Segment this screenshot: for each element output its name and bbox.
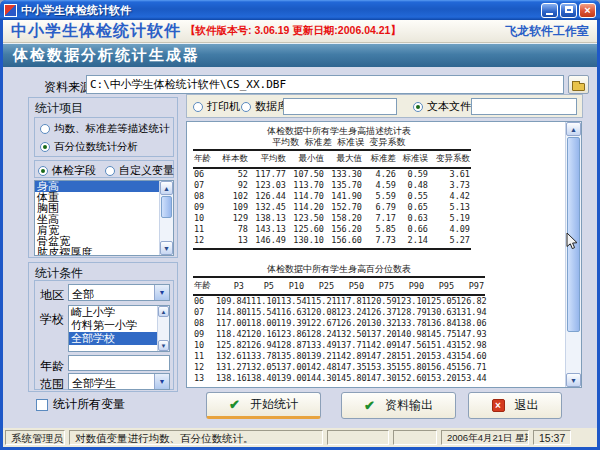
radio-database[interactable]: 数据库 xyxy=(241,99,288,114)
report-cell: 142.09 xyxy=(365,340,395,351)
report-view: 体检数据中所有学生身高描述统计表平均数 标准差 标准误 变异系数年龄样本数平均数… xyxy=(186,121,582,388)
exit-button[interactable]: × 退出 xyxy=(468,392,562,419)
maximize-button[interactable] xyxy=(560,3,577,18)
report-cell: 153.35 xyxy=(365,362,395,373)
report-cell: 147.30 xyxy=(365,373,395,385)
radio-circle-field xyxy=(38,166,48,176)
report-cell: 136.84 xyxy=(425,318,455,329)
statusbar-panel-empty xyxy=(327,430,389,445)
school-listbox[interactable]: 崎上小学竹料第一小学全部学校 ▲ ▼ xyxy=(68,305,170,352)
report-cell: 144.30 xyxy=(305,373,335,385)
minimize-button[interactable] xyxy=(541,3,558,18)
radio-exam-fields[interactable]: 体检字段 xyxy=(38,163,96,178)
statusbar-user: 系统管理员 xyxy=(5,430,65,445)
radio-descriptive-label: 均数、标准差等描述统计 xyxy=(54,122,170,136)
report-cell: 129 xyxy=(217,213,249,224)
source-path-input[interactable] xyxy=(86,75,564,94)
scroll-down-icon[interactable]: ▼ xyxy=(160,241,173,255)
report-cell: 109 xyxy=(217,202,249,213)
report-cell: 4.42 xyxy=(429,191,471,202)
statusbar: 系统管理员 对数值变量进行均数、百分位数统计。 2006年4月21日 星期五 1… xyxy=(3,428,597,447)
conditions-group: 统计条件 地区 全部 ▼ 学校 崎上小学竹料第一小学全部学校 ▲ ▼ 年龄 范围… xyxy=(28,262,178,392)
school-list-item[interactable]: 竹料第一小学 xyxy=(69,319,157,332)
report-cell: 126.82 xyxy=(455,295,485,307)
fields-scrollbar[interactable]: ▲ ▼ xyxy=(159,181,173,255)
report-cell: 111.10 xyxy=(245,295,275,307)
field-list-item[interactable]: 肱皮褶厚度 xyxy=(35,247,159,255)
scroll-down-icon[interactable]: ▼ xyxy=(566,373,581,387)
report-cell: 147.28 xyxy=(365,351,395,362)
fields-scroll-thumb[interactable] xyxy=(161,196,172,218)
report-cell: 141.90 xyxy=(325,191,363,202)
report-cell: 11 xyxy=(193,351,215,362)
region-label: 地区 xyxy=(40,287,64,304)
report-cell: 138.40 xyxy=(245,373,275,385)
school-scrollbar[interactable]: ▲ ▼ xyxy=(157,306,169,351)
report-cell: 151.43 xyxy=(425,340,455,351)
report-cell: 4.09 xyxy=(429,224,471,235)
report-cell: 118.42 xyxy=(215,329,245,340)
report-cell: 120.59 xyxy=(365,295,395,307)
report-cell: 92 xyxy=(217,180,249,191)
combo-arrow-icon[interactable]: ▼ xyxy=(154,285,169,300)
check-icon: ✔ xyxy=(229,397,240,412)
age-label: 年龄 xyxy=(40,358,64,375)
report-content: 体检数据中所有学生身高描述统计表平均数 标准差 标准误 变异系数年龄样本数平均数… xyxy=(189,126,564,385)
close-button[interactable]: × xyxy=(579,3,596,18)
data-output-button[interactable]: ✔ 资料输出 xyxy=(341,392,456,419)
report-cell: 113.54 xyxy=(275,295,305,307)
report-table-row: 1213146.49130.10156.607.732.145.27 xyxy=(193,235,471,249)
report-column-header: P5 xyxy=(245,277,275,295)
fields-listbox[interactable]: 身高体重胸围坐高肩宽骨盆宽肱皮褶厚度 ▲ ▼ xyxy=(34,180,174,256)
report-cell: 125.60 xyxy=(287,224,325,235)
report-cell: 2.14 xyxy=(397,235,429,249)
report-cell: 120.08 xyxy=(305,307,335,318)
school-list-item[interactable]: 全部学校 xyxy=(69,332,157,345)
report-cell: 140.98 xyxy=(395,329,425,340)
radio-descriptive-stats[interactable]: 均数、标准差等描述统计 xyxy=(40,122,173,136)
titlebar[interactable]: 中小学生体检统计软件 × xyxy=(0,0,600,20)
exit-label: 退出 xyxy=(515,397,539,414)
report-cell: 5.13 xyxy=(429,202,471,213)
report-cell: 120.16 xyxy=(245,329,275,340)
scroll-down-icon[interactable]: ▼ xyxy=(158,340,169,351)
textfile-path-input[interactable] xyxy=(471,98,577,115)
radio-custom-vars[interactable]: 自定义变量 xyxy=(105,163,174,178)
radio-custom-vars-label: 自定义变量 xyxy=(119,163,174,178)
report-cell: 131.94 xyxy=(455,307,485,318)
all-vars-checkbox[interactable]: 统计所有变量 xyxy=(36,396,125,413)
maximize-icon xyxy=(565,6,573,13)
start-stats-button[interactable]: ✔ 开始统计 xyxy=(206,392,321,419)
radio-printer[interactable]: 打印机 xyxy=(193,99,240,114)
report-cell: 123.50 xyxy=(287,213,325,224)
report-table-row: 08117.00118.00119.39122.67126.20130.3213… xyxy=(193,318,485,329)
report-table-title: 体检数据中所有学生身高百分位数表 xyxy=(189,264,489,275)
app-title: 中小学生体检统计软件 xyxy=(11,21,181,42)
report-cell: 126.20 xyxy=(335,318,365,329)
school-list-item[interactable]: 崎上小学 xyxy=(69,306,157,319)
report-cell: 137.71 xyxy=(335,340,365,351)
radio-circle-desc xyxy=(40,124,50,134)
report-cell: 12 xyxy=(193,362,215,373)
report-cell: 126.94 xyxy=(245,340,275,351)
radio-percentile-stats[interactable]: 百分位数统计分析 xyxy=(40,140,173,154)
report-cell: 153.44 xyxy=(455,373,485,385)
report-cell: 130.10 xyxy=(287,235,325,249)
report-column-header: P50 xyxy=(335,277,365,295)
report-column-header: 年龄 xyxy=(193,150,217,168)
scope-combobox[interactable]: 全部学生 ▼ xyxy=(68,373,170,390)
field-source-box: 体检字段 自定义变量 xyxy=(34,160,174,178)
scroll-up-icon[interactable]: ▲ xyxy=(160,181,173,195)
report-table-row: 09118.42120.16123.86128.24132.50137.2014… xyxy=(193,329,485,340)
browse-button[interactable] xyxy=(568,75,589,94)
scroll-up-icon[interactable]: ▲ xyxy=(566,122,581,136)
report-cell: 152.60 xyxy=(395,373,425,385)
age-input[interactable] xyxy=(68,355,170,371)
report-column-header: 样本数 xyxy=(217,150,249,168)
radio-textfile[interactable]: 文本文件 xyxy=(413,99,471,114)
scroll-up-icon[interactable]: ▲ xyxy=(158,306,169,317)
region-combobox[interactable]: 全部 ▼ xyxy=(68,284,170,301)
report-cell: 117.77 xyxy=(249,168,287,180)
combo-arrow-icon[interactable]: ▼ xyxy=(154,374,169,389)
database-path-input[interactable] xyxy=(283,98,397,115)
